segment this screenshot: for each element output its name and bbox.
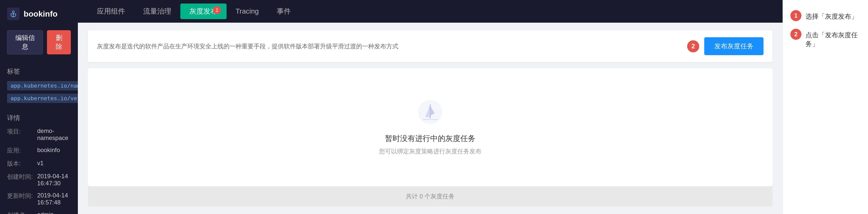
main-content: 应用组件 流量治理 灰度发布 1 Tracing 事件 灰度发布是迭代的软件产品… [78,0,783,214]
guide-text-1: 选择「灰度发布」 [805,10,858,21]
labels-list: app.kubernetes.io/name bookinfo app.kube… [7,81,71,106]
detail-updated-time: 更新时间: 2019-04-14 16:57:48 [7,192,71,206]
empty-subtitle: 您可以绑定灰度策略进行灰度任务发布 [379,147,482,155]
guide-step-1: 1 [790,10,801,21]
nav-tracing[interactable]: Tracing [226,0,268,23]
detail-created-time: 创建时间: 2019-04-14 16:47:30 [7,173,71,187]
step-number-2: 2 [687,40,699,52]
detail-version: 版本: v1 [7,160,71,168]
detail-created-label: 创建时间: [7,173,37,187]
delete-button[interactable]: 删除 [47,30,71,54]
sidebar-logo [7,7,20,20]
nav-traffic-management[interactable]: 流量治理 [134,0,180,23]
sidebar-actions: 编辑信息 删除 [7,30,71,54]
label-key-0: app.kubernetes.io/name [7,81,87,90]
detail-creator: 创建者: admin [7,211,71,214]
detail-project-value: demo-namespace [37,127,71,141]
detail-creator-label: 创建者: [7,211,37,214]
guide-item-2: 2 点击「发布灰度任务」 [790,29,861,48]
guide-text-2: 点击「发布灰度任务」 [805,29,861,48]
publish-canary-button[interactable]: 发布灰度任务 [704,37,764,55]
sail-icon [418,100,443,125]
detail-project: 项目: demo-namespace [7,127,71,141]
detail-app-value: bookinfo [37,146,60,155]
nav-canary-release[interactable]: 灰度发布 1 [180,3,226,19]
detail-version-label: 版本: [7,160,37,168]
edit-button[interactable]: 编辑信息 [7,30,43,54]
empty-state-panel: 暂时没有进行中的灰度任务 您可以绑定灰度策略进行灰度任务发布 [88,68,773,186]
description-bar: 灰度发布是迭代的软件产品在生产环境安全上线的一种重要手段，提供软件版本部署升级平… [88,30,773,62]
anchor-icon [9,9,18,18]
canary-badge: 1 [213,6,221,14]
top-navigation: 应用组件 流量治理 灰度发布 1 Tracing 事件 [78,0,783,23]
detail-app-label: 应用: [7,146,37,155]
page-content: 灰度发布是迭代的软件产品在生产环境安全上线的一种重要手段，提供软件版本部署升级平… [78,23,783,214]
detail-updated-value: 2019-04-14 16:57:48 [37,192,71,206]
empty-title: 暂时没有进行中的灰度任务 [385,133,475,144]
nav-app-components[interactable]: 应用组件 [88,0,134,23]
detail-updated-label: 更新时间: [7,192,37,206]
detail-app: 应用: bookinfo [7,146,71,155]
sidebar: bookinfo 编辑信息 删除 标签 app.kubernetes.io/na… [0,0,78,214]
detail-version-value: v1 [37,160,43,168]
nav-events[interactable]: 事件 [268,0,300,23]
guide-panel: 1 选择「灰度发布」 2 点击「发布灰度任务」 [783,0,868,214]
content-wrapper: 暂时没有进行中的灰度任务 您可以绑定灰度策略进行灰度任务发布 共计 0 个灰度任… [88,68,773,207]
svg-rect-6 [430,105,431,118]
details-section: 详情 项目: demo-namespace 应用: bookinfo 版本: v… [7,113,71,214]
guide-item-1: 1 选择「灰度发布」 [790,10,861,21]
footer-count: 共计 0 个灰度任务 [88,186,773,207]
guide-step-2: 2 [790,29,801,40]
svg-point-0 [12,11,14,13]
detail-created-value: 2019-04-14 16:47:30 [37,173,71,187]
details-section-title: 详情 [7,113,71,122]
detail-creator-value: admin [37,211,54,214]
empty-icon [418,100,443,126]
sidebar-header: bookinfo [7,7,71,20]
detail-project-label: 项目: [7,127,37,141]
app-name: bookinfo [24,9,58,19]
description-text: 灰度发布是迭代的软件产品在生产环境安全上线的一种重要手段，提供软件版本部署升级平… [97,42,682,50]
labels-section-title: 标签 [7,67,71,76]
